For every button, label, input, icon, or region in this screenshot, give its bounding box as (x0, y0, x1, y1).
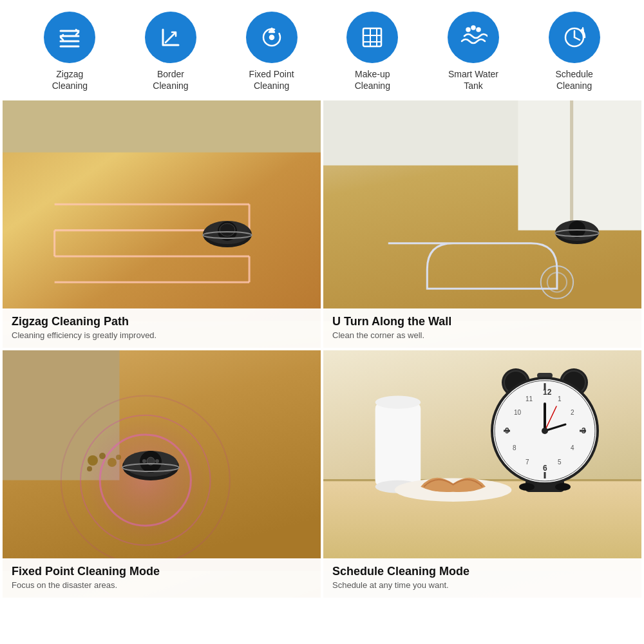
svg-rect-14 (3, 100, 321, 153)
schedule-icon-circle (549, 12, 600, 63)
svg-point-82 (542, 428, 548, 434)
schedule-label: ScheduleCleaning (555, 68, 592, 91)
zigzag-title: Zigzag Cleaning Path (12, 315, 312, 328)
svg-point-83 (519, 483, 535, 491)
features-icons-row: ZigzagCleaning BorderCleaning (0, 0, 644, 98)
border-label: BorderCleaning (153, 68, 188, 91)
cell-schedule: 12 3 6 9 1 2 4 5 7 8 10 11 Schedule Clea… (323, 350, 641, 598)
svg-point-36 (88, 455, 98, 466)
border-icon-circle (145, 12, 196, 63)
zigzag-caption: Zigzag Cleaning Path Cleaning efficiency… (3, 308, 321, 348)
svg-rect-23 (570, 100, 573, 231)
zigzag-label: ZigzagCleaning (52, 68, 88, 91)
svg-text:12: 12 (543, 388, 552, 397)
feature-makeup: Make-upCleaning (327, 12, 417, 91)
svg-point-7 (466, 28, 469, 32)
schedule-caption: Schedule Cleaning Mode Schedule at any t… (323, 558, 641, 598)
uturn-desc: Clean the corner as well. (332, 330, 632, 340)
svg-point-52 (375, 396, 421, 409)
svg-rect-2 (363, 28, 381, 46)
svg-point-37 (99, 453, 106, 459)
svg-text:4: 4 (571, 444, 574, 451)
fixedpoint-icon-circle (246, 12, 298, 63)
svg-text:5: 5 (558, 459, 562, 466)
svg-text:3: 3 (582, 426, 586, 435)
svg-point-46 (155, 459, 159, 463)
svg-point-8 (471, 26, 475, 30)
uturn-title: U Turn Along the Wall (332, 315, 632, 328)
svg-text:2: 2 (571, 409, 574, 416)
fixedpoint-title: Fixed Point Cleaning Mode (12, 565, 312, 578)
smartwater-icon-circle (448, 12, 499, 63)
cell-uturn: U Turn Along the Wall Clean the corner a… (323, 100, 641, 348)
schedule-desc: Schedule at any time you want. (332, 580, 632, 590)
schedule-title: Schedule Cleaning Mode (332, 565, 632, 578)
makeup-icon-circle (346, 12, 398, 63)
zigzag-icon-circle (44, 12, 95, 63)
svg-text:10: 10 (514, 409, 522, 416)
svg-text:9: 9 (505, 426, 509, 435)
smartwater-label: Smart WaterTank (448, 68, 498, 91)
fixedpoint-caption: Fixed Point Cleaning Mode Focus on the d… (3, 558, 321, 598)
svg-rect-51 (375, 402, 421, 487)
svg-point-45 (142, 459, 146, 463)
feature-border: BorderCleaning (126, 12, 216, 91)
feature-schedule: ScheduleCleaning (529, 12, 620, 91)
svg-rect-22 (518, 100, 641, 231)
svg-text:7: 7 (526, 459, 529, 466)
svg-point-84 (555, 483, 571, 491)
feature-fixedpoint: Fixed PointCleaning (227, 12, 317, 91)
cell-fixedpoint: Fixed Point Cleaning Mode Focus on the d… (3, 350, 321, 598)
svg-line-12 (574, 37, 580, 40)
svg-text:6: 6 (543, 464, 547, 473)
zigzag-desc: Cleaning efficiency is greatly improved. (12, 330, 312, 340)
feature-zigzag: ZigzagCleaning (24, 12, 115, 91)
svg-point-1 (270, 35, 274, 39)
image-grid: Zigzag Cleaning Path Cleaning efficiency… (0, 98, 644, 600)
cell-zigzag: Zigzag Cleaning Path Cleaning efficiency… (3, 100, 321, 348)
uturn-caption: U Turn Along the Wall Clean the corner a… (323, 308, 641, 348)
feature-smartwater: Smart WaterTank (428, 12, 518, 91)
svg-point-18 (220, 223, 235, 236)
svg-text:11: 11 (526, 395, 533, 402)
svg-point-9 (477, 28, 480, 32)
svg-point-38 (108, 458, 117, 467)
svg-text:8: 8 (513, 444, 516, 451)
svg-text:1: 1 (558, 395, 562, 402)
fixedpoint-label: Fixed PointCleaning (249, 68, 294, 91)
svg-point-40 (87, 466, 92, 471)
fixedpoint-desc: Focus on the disaster areas. (12, 580, 312, 590)
makeup-label: Make-upCleaning (355, 68, 390, 91)
